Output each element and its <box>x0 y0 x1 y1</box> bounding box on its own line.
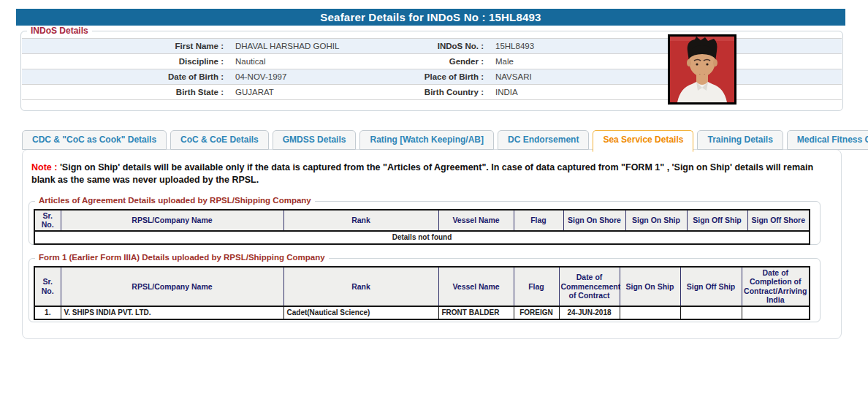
birth-country-value: INDIA <box>490 85 842 99</box>
aoa-col-rank: Rank <box>283 210 438 231</box>
aoa-empty-row: Details not found <box>34 231 810 244</box>
form1-panel: Form 1 (Earlier Form IIIA) Details uploa… <box>28 258 821 322</box>
aoa-col-sign-off-ship: Sign Off Ship <box>687 210 747 231</box>
date-of-birth-value: 04-NOV-1997 <box>229 69 390 84</box>
articles-of-agreement-table: Sr. No. RPSL/Company Name Rank Vessel Na… <box>34 209 810 245</box>
form1-table: Sr. No. RPSL/Company Name Rank Vessel Na… <box>34 266 810 320</box>
form1-cell-sr-no: 1. <box>34 306 61 319</box>
form1-col-company: RPSL/Company Name <box>61 267 283 306</box>
indos-no-label: INDoS No. : <box>390 39 490 53</box>
form1-col-completion: Date of Completion of Contract/Arriving … <box>742 267 810 306</box>
tab-dc-endorsement[interactable]: DC Endorsement <box>498 130 589 150</box>
aoa-col-company: RPSL/Company Name <box>61 210 283 231</box>
form1-legend: Form 1 (Earlier Form IIIA) Details uploa… <box>35 253 329 262</box>
tab-training-details[interactable]: Training Details <box>697 130 783 150</box>
gender-label: Gender : <box>390 54 490 69</box>
indos-no-value: 15HL8493 <box>490 39 842 53</box>
form1-cell-sign-off-ship <box>680 306 742 319</box>
birth-country-label: Birth Country : <box>390 85 490 99</box>
form1-cell-rank: Cadet(Nautical Science) <box>283 306 438 319</box>
tab-gmdss[interactable]: GMDSS Details <box>273 130 357 150</box>
sign-on-ship-note: Note : 'Sign on Ship' details will be av… <box>31 162 829 186</box>
birth-state-value: GUJARAT <box>229 85 390 99</box>
tab-medical-fitness[interactable]: Medical Fitness Certificate <box>787 130 868 150</box>
form1-cell-company: V. SHIPS INDIA PVT. LTD. <box>61 306 283 319</box>
form1-col-commencement: Date of Commencement of Contract <box>559 267 620 306</box>
birth-state-label: Birth State : <box>22 85 229 99</box>
form1-col-flag: Flag <box>514 267 559 306</box>
form1-col-sr-no: Sr. No. <box>34 267 61 306</box>
gender-value: Male <box>490 54 842 69</box>
tab-rating-watchkeeping[interactable]: Rating [Watch Keeping/AB] <box>359 130 494 150</box>
discipline-label: Discipline : <box>22 54 229 69</box>
form1-cell-sign-on-ship <box>620 306 680 319</box>
form1-header-row: Sr. No. RPSL/Company Name Rank Vessel Na… <box>34 267 810 306</box>
aoa-col-sign-on-ship: Sign On Ship <box>625 210 687 231</box>
form1-col-sign-on-ship: Sign On Ship <box>620 267 680 306</box>
aoa-col-flag: Flag <box>514 210 563 231</box>
note-prefix: Note : <box>31 162 57 172</box>
discipline-value: Nautical <box>229 54 390 69</box>
form1-col-sign-off-ship: Sign Off Ship <box>680 267 742 306</box>
details-not-found-message: Details not found <box>34 231 810 244</box>
date-of-birth-label: Date of Birth : <box>22 69 229 84</box>
first-name-value: DHAVAL HARSHAD GOHIL <box>229 39 390 53</box>
indos-details-panel: INDoS Details First Name : DHAVAL HARSHA… <box>20 31 843 111</box>
form1-cell-vessel: FRONT BALDER <box>438 306 514 319</box>
aoa-header-row: Sr. No. RPSL/Company Name Rank Vessel Na… <box>34 210 810 231</box>
seafarer-details-page: Seafarer Details for INDoS No : 15HL8493… <box>0 0 868 402</box>
form1-cell-commencement: 24-JUN-2018 <box>559 306 620 319</box>
aoa-col-sr-no: Sr. No. <box>34 210 61 231</box>
indos-details-legend: INDoS Details <box>27 26 92 36</box>
first-name-label: First Name : <box>22 39 229 53</box>
place-of-birth-value: NAVSARI <box>490 69 842 84</box>
sea-service-content: Note : 'Sign on Ship' details will be av… <box>22 149 842 339</box>
aoa-col-sign-on-shore: Sign On Shore <box>563 210 625 231</box>
tab-cdc-coc-as-cook[interactable]: CDC & "CoC as Cook" Details <box>22 130 167 150</box>
form1-col-vessel: Vessel Name <box>438 267 514 306</box>
articles-of-agreement-panel: Articles of Agreement Details uploaded b… <box>28 201 821 245</box>
form1-cell-completion <box>742 306 810 319</box>
tab-sea-service-details[interactable]: Sea Service Details <box>593 130 693 152</box>
note-body: 'Sign on Ship' details will be available… <box>31 162 813 185</box>
page-title: Seafarer Details for INDoS No : 15HL8493 <box>16 9 845 26</box>
aoa-col-vessel: Vessel Name <box>438 210 514 231</box>
seafarer-photo <box>668 34 736 105</box>
form1-data-row: 1. V. SHIPS INDIA PVT. LTD. Cadet(Nautic… <box>34 306 810 319</box>
form1-cell-flag: FOREIGN <box>514 306 559 319</box>
details-tab-bar: CDC & "CoC as Cook" Details CoC & CoE De… <box>22 130 868 152</box>
aoa-col-sign-off-shore: Sign Off Shore <box>747 210 810 231</box>
articles-of-agreement-legend: Articles of Agreement Details uploaded b… <box>35 196 315 205</box>
tab-coc-coe[interactable]: CoC & CoE Details <box>170 130 269 150</box>
form1-col-rank: Rank <box>283 267 438 306</box>
place-of-birth-label: Place of Birth : <box>390 69 490 84</box>
